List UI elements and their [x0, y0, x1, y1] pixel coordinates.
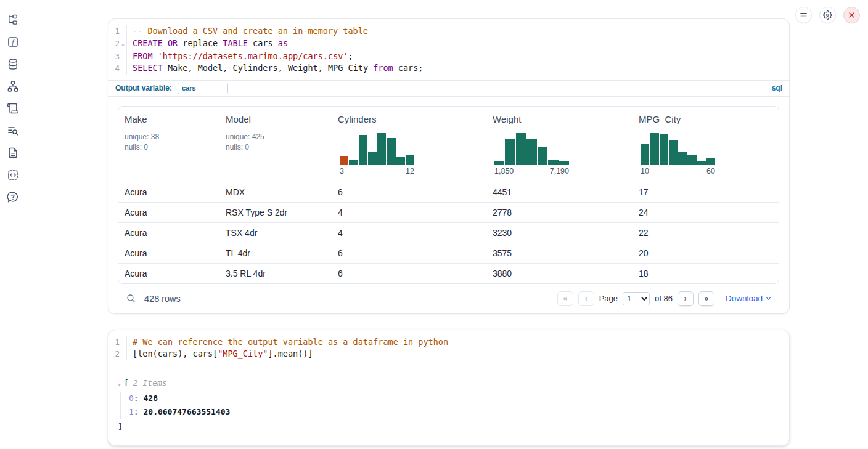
collapse-chevron-icon[interactable]: ⌄	[118, 377, 124, 389]
code-token: Make, Model, Cylinders, Weight, MPG_City	[163, 63, 373, 73]
output-variable-input[interactable]	[178, 83, 228, 94]
prev-page-button[interactable]: ‹	[578, 291, 594, 306]
sidebar-item-logs[interactable]	[6, 123, 20, 138]
code-token: "MPG_City"	[218, 349, 268, 358]
code-token: cars;	[393, 63, 424, 73]
unique-count: unique: 425	[226, 132, 264, 141]
table-row[interactable]: AcuraMDX6445117	[118, 182, 779, 202]
open-bracket: [	[124, 377, 129, 389]
column-header-model[interactable]: Model unique: 425 nulls: 0	[219, 107, 332, 182]
sidebar-item-help[interactable]	[6, 190, 20, 204]
table-cell: MDX	[219, 187, 332, 197]
item-index: 0	[129, 394, 134, 403]
code-token	[153, 51, 158, 61]
sidebar-item-snippets[interactable]	[6, 168, 20, 182]
weight-histogram[interactable]: 1,850 7,190	[493, 132, 569, 176]
table-cell: Acura	[118, 248, 219, 258]
notebook-main: 1-- Download a CSV and create an in-memo…	[108, 18, 790, 446]
gear-icon	[823, 10, 832, 20]
gutter: 1	[108, 25, 127, 38]
sidebar-item-datasources[interactable]	[6, 57, 20, 71]
axis-min-label: 1,850	[494, 167, 514, 176]
output-list-item: 1: 20.060747663551403	[129, 405, 779, 419]
histogram-bar	[516, 133, 526, 165]
column-stats: unique: 425 nulls: 0	[226, 132, 326, 153]
code-token: CREATE	[133, 38, 163, 48]
histogram-bars	[340, 132, 414, 165]
sidebar-item-documentation[interactable]	[6, 145, 20, 160]
histogram-bar	[340, 156, 348, 165]
table-row[interactable]: AcuraTSX 4dr4323022	[118, 222, 779, 243]
table-header-row: Make unique: 38 nulls: 0 Model unique: 4…	[118, 107, 779, 182]
table-cell: 4	[332, 208, 486, 217]
code-token: SELECT	[133, 63, 163, 73]
sidebar-item-file-tree[interactable]	[6, 12, 20, 27]
code-text[interactable]: -- Download a CSV and create an in-memor…	[127, 25, 368, 38]
download-button[interactable]: Download	[726, 294, 772, 303]
last-page-button[interactable]: »	[698, 291, 714, 306]
code-text[interactable]: FROM 'https://datasets.marimo.app/cars.c…	[127, 51, 353, 63]
sidebar-item-variables[interactable]: f	[6, 34, 20, 49]
first-page-button[interactable]: «	[557, 291, 573, 306]
column-header-mpg-city[interactable]: MPG_City 10 60	[633, 107, 779, 182]
line-number: 1	[108, 336, 120, 349]
fold-arrow-icon[interactable]: ⌄	[120, 38, 126, 51]
code-text[interactable]: SELECT Make, Model, Cylinders, Weight, M…	[127, 62, 423, 75]
histogram-bar	[505, 139, 515, 165]
histogram-axis-labels: 1,850 7,190	[494, 167, 569, 176]
item-colon: :	[134, 394, 144, 403]
output-variable-label: Output variable:	[115, 84, 172, 92]
table-cell: 20	[633, 248, 779, 258]
axis-max-label: 7,190	[550, 167, 569, 176]
column-header-cylinders[interactable]: Cylinders 3 12	[332, 107, 486, 182]
code-line: 2[len(cars), cars["MPG_City"].mean()]	[108, 348, 789, 360]
sidebar-item-scratchpad[interactable]	[6, 101, 20, 116]
settings-button[interactable]	[819, 7, 836, 23]
page-select[interactable]: 1	[623, 292, 650, 305]
next-page-button[interactable]: ›	[678, 291, 694, 306]
code-token: FROM	[133, 51, 153, 61]
table-cell: 3880	[486, 269, 633, 278]
table-row[interactable]: AcuraTL 4dr6357520	[118, 243, 779, 263]
table-row[interactable]: AcuraRSX Type S 2dr4277824	[118, 202, 779, 222]
table-cell: RSX Type S 2dr	[219, 208, 332, 217]
cylinders-histogram[interactable]: 3 12	[338, 132, 414, 176]
histogram-bar	[687, 155, 696, 165]
histogram-axis-labels: 10 60	[641, 167, 715, 176]
output-list-body: 0: 4281: 20.060747663551403	[120, 392, 779, 419]
line-number: 2	[108, 348, 120, 360]
search-button[interactable]	[126, 293, 136, 304]
close-icon	[847, 10, 856, 20]
item-value: 428	[143, 394, 157, 403]
code-text[interactable]: CREATE OR replace TABLE cars as	[127, 38, 288, 51]
code-text[interactable]: # We can reference the output variable a…	[127, 336, 448, 349]
page-label: Page	[599, 294, 618, 303]
table-cell: 4	[332, 228, 486, 238]
gutter: 3	[108, 51, 127, 63]
code-token: [len(cars), cars[	[133, 349, 218, 358]
menu-button[interactable]	[795, 7, 812, 23]
shutdown-button[interactable]	[843, 7, 860, 23]
python-code-editor[interactable]: 1# We can reference the output variable …	[108, 330, 789, 366]
table-cell: 22	[633, 228, 779, 238]
help-icon	[7, 191, 19, 203]
code-text[interactable]: [len(cars), cars["MPG_City"].mean()]	[127, 348, 313, 360]
table-row[interactable]: Acura3.5 RL 4dr6388018	[118, 263, 779, 283]
histogram-bars	[494, 132, 569, 165]
line-number: 4	[108, 62, 120, 75]
sidebar-item-dependency-graph[interactable]	[6, 79, 20, 94]
sql-cell: 1-- Download a CSV and create an in-memo…	[108, 18, 790, 314]
sql-code-editor[interactable]: 1-- Download a CSV and create an in-memo…	[108, 19, 789, 80]
histogram-axis-labels: 3 12	[340, 167, 414, 176]
column-header-make[interactable]: Make unique: 38 nulls: 0	[118, 107, 219, 182]
histogram-bar	[368, 152, 377, 165]
histogram-bars	[641, 132, 715, 165]
code-token	[163, 38, 168, 48]
items-count-label: 2 Items	[133, 377, 167, 389]
table-cell: 3.5 RL 4dr	[219, 269, 332, 278]
code-line: 4SELECT Make, Model, Cylinders, Weight, …	[108, 62, 789, 75]
column-header-weight[interactable]: Weight 1,850 7,190	[486, 107, 633, 182]
mpg-city-histogram[interactable]: 10 60	[639, 132, 715, 176]
documentation-icon	[7, 147, 19, 159]
table-footer: 428 rows « ‹ Page 1 of 86 › » Download	[118, 284, 779, 313]
